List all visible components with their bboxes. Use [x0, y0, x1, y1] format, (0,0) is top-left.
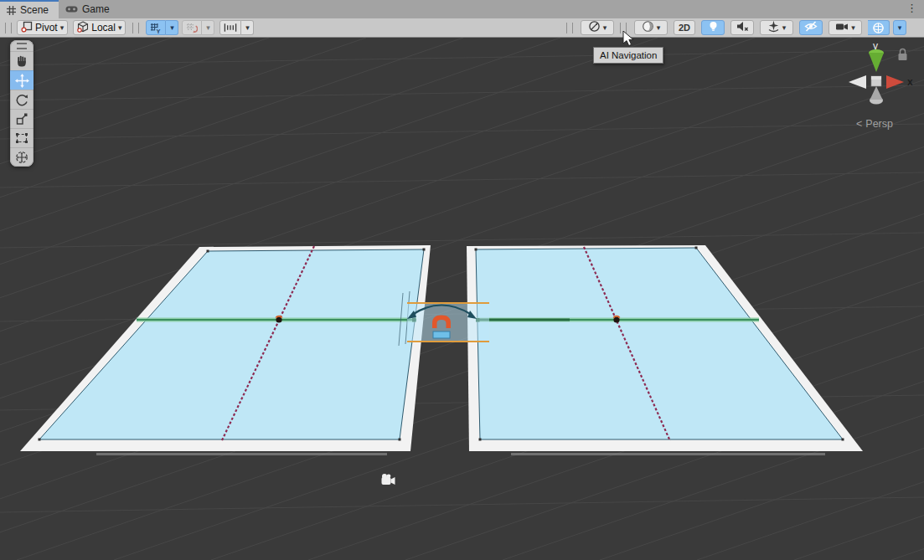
unity-scene-view-window: Scene Game ⋮ Pivot ▾: [0, 0, 924, 560]
ai-navigation-overlay-button[interactable]: ▾: [581, 20, 614, 35]
tools-overlay-handle[interactable]: [10, 40, 34, 51]
gizmos-group: [868, 20, 890, 35]
rotate-icon: [15, 93, 28, 106]
chevron-down-icon: ▾: [782, 24, 787, 32]
camera-icon: [835, 22, 849, 34]
move-icon: [15, 74, 29, 88]
audio-mute-icon: [736, 21, 749, 34]
pivot-icon: [21, 21, 33, 35]
chevron-down-icon: ▾: [118, 24, 122, 32]
grid-axis-letter: Y: [157, 27, 161, 33]
axis-neg-y-cone: [870, 86, 883, 100]
cube-local-icon: [77, 21, 89, 35]
hand-icon: [15, 54, 28, 68]
chevron-down-icon: ▾: [898, 24, 902, 32]
tools-overlay: [10, 40, 34, 167]
orientation-gizmo[interactable]: y x <Persp: [849, 40, 913, 130]
scene-grid: [0, 38, 924, 560]
grid-visibility-group: Y ▾: [146, 20, 178, 35]
gizmos-dropdown[interactable]: ▾: [893, 20, 906, 35]
grid-visibility-dropdown[interactable]: ▾: [166, 20, 178, 35]
toolbar-drag-handle[interactable]: [566, 23, 573, 33]
scene-viewport[interactable]: y x <Persp: [0, 38, 924, 560]
projection-mode-label: <Persp: [856, 118, 893, 130]
shading-mode-icon: [642, 20, 654, 35]
gamepad-icon: [65, 5, 78, 13]
court-right[interactable]: [467, 245, 863, 455]
2d-label: 2D: [679, 23, 690, 33]
snap-increment-button[interactable]: [219, 20, 241, 35]
rect-tool-icon: [15, 131, 28, 145]
chevron-down-icon: ▾: [657, 24, 661, 32]
tab-strip: Scene Game ⋮: [0, 0, 924, 18]
tool-move[interactable]: [10, 70, 34, 90]
tab-overflow-menu[interactable]: ⋮: [900, 0, 924, 18]
snap-increment-group: ▾: [219, 20, 254, 35]
pivot-dropdown[interactable]: Pivot ▾: [17, 20, 68, 35]
grid-snap-dropdown[interactable]: ▾: [202, 20, 214, 35]
scene-lighting-button[interactable]: [701, 20, 725, 35]
chevron-down-icon: ▾: [603, 24, 607, 32]
tab-game-label: Game: [82, 3, 110, 15]
grid-snap-group: ▾: [182, 20, 214, 35]
navmesh-right: [476, 248, 843, 439]
grid-snap-toggle[interactable]: [182, 20, 202, 35]
grid-visibility-toggle[interactable]: Y: [146, 20, 166, 35]
shading-mode-button[interactable]: ▾: [634, 20, 668, 35]
scene-camera-gizmo-icon[interactable]: [382, 474, 395, 485]
tool-scale[interactable]: [10, 109, 34, 128]
eye-slash-icon: [804, 21, 818, 34]
link-endpoint-marker-left: [276, 316, 281, 323]
tool-rotate[interactable]: [10, 90, 34, 109]
tab-scene-label: Scene: [20, 4, 49, 16]
light-bulb-icon: [708, 21, 719, 35]
chevron-down-icon: ▾: [60, 24, 65, 32]
tool-transform[interactable]: [10, 147, 34, 167]
effects-button[interactable]: ▾: [760, 20, 793, 35]
effects-icon: [767, 20, 780, 35]
ai-navigation-overlay-icon: [588, 20, 601, 35]
transform-icon: [15, 151, 28, 164]
axis-x-cone: [886, 75, 904, 89]
local-label: Local: [91, 22, 116, 33]
toolbar-drag-handle[interactable]: [5, 23, 12, 33]
camera-settings-button[interactable]: ▾: [829, 20, 862, 35]
mouse-cursor: [622, 31, 636, 52]
court-left[interactable]: [20, 245, 431, 455]
scene-grid-icon: [7, 6, 16, 15]
tool-hand[interactable]: [10, 51, 34, 70]
chevron-down-icon: ▾: [851, 24, 855, 32]
snap-increment-dropdown[interactable]: ▾: [241, 20, 254, 35]
local-dropdown[interactable]: Local ▾: [73, 20, 126, 35]
tab-scene[interactable]: Scene: [0, 0, 59, 18]
scene-visibility-button[interactable]: [799, 20, 823, 35]
axis-y-cone: [869, 53, 884, 72]
link-endpoint-marker-right: [613, 316, 619, 323]
pivot-label: Pivot: [35, 22, 58, 33]
toolbar-drag-handle[interactable]: [132, 23, 139, 33]
scale-icon: [15, 112, 28, 126]
tool-rect[interactable]: [10, 128, 34, 147]
audio-mute-button[interactable]: [730, 20, 754, 35]
navmesh-link-selected[interactable]: [407, 303, 489, 342]
axis-x-label: x: [907, 76, 913, 88]
navmesh-left: [39, 249, 424, 439]
2d-toggle-button[interactable]: 2D: [674, 20, 695, 35]
gizmos-toggle[interactable]: [868, 20, 890, 35]
scene-toolbar: Pivot ▾ Local ▾ Y: [0, 18, 924, 38]
tab-game[interactable]: Game: [59, 0, 120, 18]
